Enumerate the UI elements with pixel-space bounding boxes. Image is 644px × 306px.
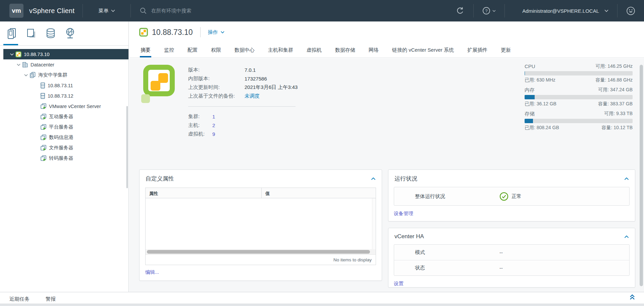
tab-extensions[interactable]: 扩展插件	[467, 47, 488, 57]
hosts-clusters-icon	[6, 28, 17, 40]
tree-item-vm-transcode-server[interactable]: 转码服务器	[0, 153, 128, 163]
tree-item-vm-file-server[interactable]: 文件服务器	[0, 143, 128, 153]
feedback-button[interactable]	[618, 0, 644, 21]
tree-item-label: 数码信息港	[49, 134, 73, 141]
clusters-count-link[interactable]: 1	[212, 114, 215, 119]
tab-permissions[interactable]: 权限	[210, 47, 222, 57]
tree-item-10-88-73-10[interactable]: 10.88.73.10	[3, 49, 128, 59]
column-header-value[interactable]: 值	[262, 188, 376, 198]
summary-field: 版本: 7.0.1	[188, 65, 298, 74]
appliance-management-link[interactable]: 设备管理	[394, 210, 413, 217]
tree-item-label: 10.88.73.10	[24, 52, 50, 57]
tab-datastores[interactable]: 数据存储	[334, 47, 356, 57]
user-menu-button[interactable]: Administrator@VSPHERE.LOCAL	[505, 0, 617, 21]
username: Administrator@VSPHERE.LOCAL	[514, 8, 602, 14]
ha-row-value: --	[499, 250, 503, 255]
search-icon	[140, 7, 147, 14]
tab-linked-vcenter[interactable]: 链接的 vCenter Server 系统	[391, 47, 454, 57]
field-label: 上次基于文件的备份:	[188, 93, 245, 99]
tab-networks[interactable]: 网络	[368, 47, 379, 57]
vm-running-icon	[40, 103, 47, 109]
inventory-nav-tabs	[0, 21, 128, 46]
tree-item-label: 海安中学集群	[38, 72, 67, 78]
ha-row-value: --	[499, 265, 503, 271]
tree-item-datacenter[interactable]: Datacenter	[0, 59, 128, 70]
tab-summary[interactable]: 摘要	[140, 47, 151, 57]
backup-not-scheduled-link[interactable]: 未调度	[245, 93, 260, 99]
object-tabs: 摘要 监控 配置 权限 数据中心 主机和集群 虚拟机 数据存储 网络 链接的 v…	[129, 43, 644, 58]
tab-storage[interactable]	[41, 21, 60, 45]
tree-scrollbar[interactable]	[126, 106, 128, 188]
collapse-panel-button[interactable]	[624, 235, 629, 238]
tree-item-vm-vcenter-server[interactable]: VMware vCenter Server	[0, 101, 128, 111]
vm-running-icon	[40, 155, 47, 161]
help-menu-button[interactable]: ?	[474, 0, 504, 21]
double-chevron-up-icon	[629, 294, 635, 301]
cluster-icon	[30, 72, 36, 78]
count-label: 集群:	[188, 113, 212, 120]
field-label: 上次更新时间:	[188, 84, 245, 91]
memory-usage-bar	[525, 95, 633, 99]
help-icon: ?	[482, 7, 490, 15]
ha-settings-link[interactable]: 设置	[394, 280, 404, 287]
storage-meter: 存储可用: 9.33 TB 已用: 808.24 GB容量: 10.12 TB	[525, 111, 633, 131]
tree-item-vm-interactive-server[interactable]: 互动服务器	[0, 111, 128, 122]
host-icon	[40, 93, 45, 99]
meter-used: 已用: 36.12 GB	[525, 101, 556, 107]
table-vertical-scrollbar[interactable]	[372, 198, 376, 249]
health-row-label: 整体运行状况	[415, 193, 499, 200]
networking-icon	[64, 28, 76, 40]
navigation-sidebar: 10.88.73.10 Datacenter 海安中学集群 10.88.73.1…	[0, 21, 129, 292]
collapse-panel-button[interactable]	[371, 177, 376, 180]
refresh-button[interactable]	[447, 0, 473, 21]
global-search[interactable]: 在所有环境中搜索	[131, 0, 447, 21]
alarms-button[interactable]: 警报	[46, 296, 56, 302]
tree-item-cluster[interactable]: 海安中学集群	[0, 70, 128, 80]
chevron-up-icon	[624, 235, 629, 238]
collapse-panel-button[interactable]	[624, 177, 629, 180]
menu-button[interactable]: 菜单	[83, 0, 130, 21]
empty-table-text: No items to display	[333, 257, 372, 262]
expand-tasks-pane-button[interactable]	[629, 294, 635, 302]
green-check-icon	[499, 192, 508, 201]
actions-label: 操作	[208, 29, 218, 36]
tab-hosts-clusters[interactable]: 主机和集群	[267, 47, 294, 57]
tab-vms[interactable]: 虚拟机	[306, 47, 322, 57]
vmware-logo-text: vm	[12, 7, 21, 14]
vms-count-link[interactable]: 9	[212, 131, 215, 137]
tree-item-host-10-88-73-12[interactable]: 10.88.73.12	[0, 91, 128, 101]
recent-tasks-button[interactable]: 近期任务	[9, 296, 30, 302]
tree-item-host-10-88-73-11[interactable]: 10.88.73.11	[0, 80, 128, 91]
content-scrollbar[interactable]	[640, 65, 643, 286]
chevron-down-icon[interactable]	[15, 63, 22, 66]
vcenter-ha-panel: vCenter HA 模式 -- 状态 -- 设置	[388, 228, 635, 288]
tab-hosts-and-clusters[interactable]	[2, 21, 21, 45]
chevron-down-icon[interactable]	[8, 53, 15, 56]
tree-item-vm-digital-info-port[interactable]: 数码信息港	[0, 132, 128, 143]
ha-row-label: 模式	[415, 249, 499, 256]
tree-item-vm-platform-server[interactable]: 平台服务器	[0, 122, 128, 132]
edit-attributes-link[interactable]: 编辑...	[145, 269, 159, 275]
top-bar: vm vSphere Client 菜单 在所有环境中搜索 ? Administ…	[0, 0, 644, 21]
health-status: 正常	[499, 192, 522, 201]
table-horizontal-scrollbar[interactable]	[146, 249, 376, 254]
tab-configure[interactable]: 配置	[187, 47, 198, 57]
tab-networking[interactable]	[60, 21, 80, 45]
tab-monitor[interactable]: 监控	[163, 47, 175, 57]
column-header-attribute[interactable]: 属性	[146, 188, 262, 198]
tree-item-label: 10.88.73.11	[48, 83, 73, 88]
vmware-logo: vm	[9, 4, 23, 18]
hosts-count-link[interactable]: 2	[212, 122, 215, 128]
panel-title: 自定义属性	[146, 175, 174, 183]
scrollbar-thumb[interactable]	[147, 250, 370, 254]
chevron-down-icon	[604, 9, 608, 12]
chevron-down-icon[interactable]	[22, 74, 30, 76]
tab-vms-and-templates[interactable]	[21, 21, 41, 45]
overall-health-row: 整体运行状况 正常	[394, 187, 630, 206]
datacenter-icon	[22, 62, 28, 68]
tab-updates[interactable]: 更新	[500, 47, 512, 57]
field-value: 17327586	[245, 76, 267, 82]
right-panels-column: 运行状况 整体运行状况 正常 设备管理 vCente	[388, 169, 635, 288]
actions-menu-button[interactable]: 操作	[208, 29, 224, 36]
tab-datacenters[interactable]: 数据中心	[234, 47, 255, 57]
